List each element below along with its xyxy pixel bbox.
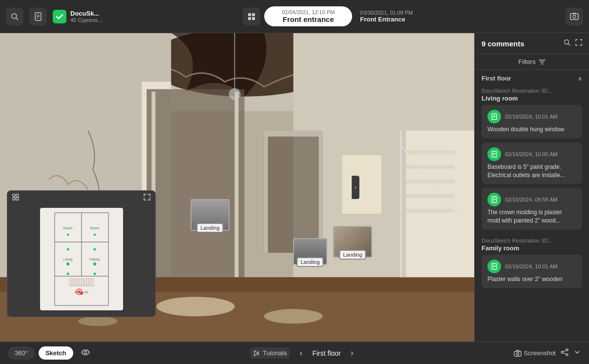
svg-point-38 xyxy=(229,88,240,100)
share-button[interactable] xyxy=(561,348,568,358)
comment-card-2[interactable]: 02/16/2024, 10:00 AM Baseboard is 5" pai… xyxy=(482,142,582,184)
svg-point-67 xyxy=(66,248,69,251)
hotspot-label-1[interactable]: Landing xyxy=(196,223,223,233)
search-button[interactable] xyxy=(6,8,23,25)
svg-marker-101 xyxy=(254,351,258,356)
room2-section: DocuSketch Restoration 3D... Family room… xyxy=(475,235,589,293)
filters-label: Filters xyxy=(518,58,535,65)
top-bar-right xyxy=(566,8,583,25)
nav-next-button[interactable]: › xyxy=(347,346,358,360)
svg-point-26 xyxy=(264,309,323,324)
svg-point-68 xyxy=(93,248,96,251)
hotspot-label-2[interactable]: Landing xyxy=(296,257,323,267)
share-icon xyxy=(561,348,568,356)
floor-chevron-icon: ∧ xyxy=(578,75,582,82)
tutorials-label: Tutorials xyxy=(263,349,287,357)
svg-rect-39 xyxy=(342,155,381,214)
hotspot-landing-2[interactable]: Landing xyxy=(293,238,327,265)
svg-rect-102 xyxy=(514,351,521,356)
minimap-fullscreen-button[interactable] xyxy=(144,194,150,202)
filters-row[interactable]: Filters xyxy=(475,54,589,70)
comment-card-4[interactable]: 02/16/2024, 10:01 AM Plaster walls over … xyxy=(482,255,582,288)
svg-point-63 xyxy=(66,233,69,236)
comment-card-1[interactable]: 02/16/2024, 10:01 AM Wooden double hung … xyxy=(482,105,582,139)
photo-view-button[interactable] xyxy=(566,8,583,25)
svg-text:Living: Living xyxy=(63,258,72,262)
svg-rect-40 xyxy=(264,131,323,253)
comment-card-3-top: 02/16/2024, 09:59 AM xyxy=(487,193,576,206)
eye-button[interactable] xyxy=(77,347,94,360)
minimap: Room Room Living Family Entrance xyxy=(7,190,156,317)
comment-date-3: 02/16/2024, 09:59 AM xyxy=(505,197,558,202)
svg-rect-8 xyxy=(252,13,255,16)
room2-name: Family room xyxy=(482,244,582,252)
comment-card-1-top: 02/16/2024, 10:01 AM xyxy=(487,110,576,123)
more-options-button[interactable] xyxy=(573,348,581,358)
top-bar-left: DocuSk... 45 Cypress... xyxy=(6,8,102,25)
svg-point-64 xyxy=(93,233,96,236)
project-address: 45 Cypress... xyxy=(70,17,102,23)
svg-point-104 xyxy=(566,349,568,351)
hotspot-label-3[interactable]: Landing xyxy=(339,250,366,260)
svg-rect-7 xyxy=(248,13,251,16)
panel-header: 9 comments xyxy=(475,33,589,54)
svg-rect-41 xyxy=(264,131,268,253)
room1-section: DocuSketch Restoration 3D... Living room… xyxy=(475,85,589,235)
svg-point-103 xyxy=(517,352,519,355)
right-panel: 9 comments Filters First xyxy=(474,33,589,342)
svg-point-66 xyxy=(78,290,81,293)
view-360-button[interactable]: 360° xyxy=(8,346,35,360)
project-name: DocuSk... xyxy=(70,10,102,17)
view-sketch-button[interactable]: Sketch xyxy=(39,346,73,360)
room1-name: Living room xyxy=(482,95,582,102)
svg-line-108 xyxy=(563,353,566,354)
docusketch-logo-icon xyxy=(53,10,66,23)
minimap-expand-button[interactable] xyxy=(12,194,19,202)
svg-rect-10 xyxy=(252,17,255,20)
project-info: DocuSk... 45 Cypress... xyxy=(70,10,102,23)
comment-date-1: 02/16/2024, 10:01 AM xyxy=(505,114,558,120)
panel-collapse-button[interactable]: › xyxy=(352,176,359,199)
comment-text-3: The crown molding is plaster mold with p… xyxy=(487,208,576,225)
svg-point-27 xyxy=(78,316,117,326)
location-right: Front Entrance xyxy=(360,16,405,23)
chevron-down-icon xyxy=(573,348,581,356)
hotspot-landing-1[interactable]: Landing xyxy=(190,199,230,231)
svg-rect-6 xyxy=(53,10,66,23)
viewer-area: Landing Landing Landing xyxy=(0,33,474,342)
comment-date-4: 02/16/2024, 10:01 AM xyxy=(505,263,558,269)
view-toggle-button[interactable] xyxy=(243,8,260,25)
bottom-left: 360° Sketch xyxy=(8,346,94,360)
date-right-area[interactable]: 03/30/2021, 01:09 PM Front Entrance xyxy=(352,8,421,25)
comment-date-2: 02/16/2024, 10:00 AM xyxy=(505,151,558,157)
svg-point-12 xyxy=(573,15,576,18)
comment-card-3[interactable]: 02/16/2024, 09:59 AM The crown molding i… xyxy=(482,188,582,230)
room1-source: DocuSketch Restoration 3D... xyxy=(482,88,582,94)
svg-line-107 xyxy=(563,350,566,352)
svg-point-100 xyxy=(84,351,86,353)
svg-rect-48 xyxy=(16,198,19,200)
date-left-pill[interactable]: 02/04/2021, 12:10 PM Front entrance xyxy=(264,6,352,26)
comments-list: First floor ∧ DocuSketch Restoration 3D.… xyxy=(475,70,589,342)
screenshot-label: Screenshot xyxy=(524,349,556,357)
date-left-time: 02/04/2021, 12:10 PM xyxy=(282,9,335,15)
comments-fullscreen-button[interactable] xyxy=(575,39,582,48)
floor-header[interactable]: First floor ∧ xyxy=(475,70,589,85)
svg-point-70 xyxy=(93,273,96,275)
floorplan-svg: Room Room Living Family Entrance xyxy=(40,208,123,310)
comments-search-button[interactable] xyxy=(564,39,570,48)
nav-prev-button[interactable]: ‹ xyxy=(295,346,306,360)
screenshot-button[interactable]: Screenshot xyxy=(514,349,556,357)
tutorials-button[interactable]: Tutorials xyxy=(253,349,287,357)
logo-area: DocuSk... 45 Cypress... xyxy=(53,10,102,23)
comment-icon-3 xyxy=(487,193,501,206)
filters-icon xyxy=(539,59,546,65)
hotspot-landing-3[interactable]: Landing xyxy=(333,226,372,258)
floor-section: First floor ∧ DocuSketch Restoration 3D.… xyxy=(475,70,589,293)
svg-line-1 xyxy=(16,18,18,20)
comment-text-1: Wooden double hung window xyxy=(487,125,576,134)
svg-rect-45 xyxy=(13,194,15,197)
tutorials-icon xyxy=(253,350,260,357)
svg-rect-47 xyxy=(13,198,15,200)
documents-button[interactable] xyxy=(29,8,47,25)
